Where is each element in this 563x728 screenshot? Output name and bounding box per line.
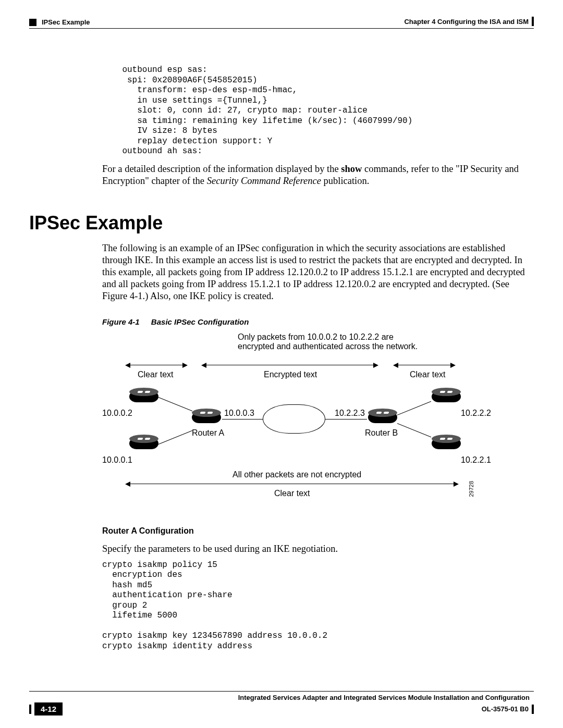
footer-doc-number: OL-3575-01 B0 <box>482 705 529 713</box>
header-marker-icon <box>29 19 36 26</box>
figure-caption: Figure 4-1 Basic IPSec Configuration <box>102 317 529 326</box>
footer-rule <box>29 691 534 692</box>
cloud-icon <box>263 404 325 434</box>
label-ip-tr: 10.2.2.2 <box>461 409 491 418</box>
label-ip-b: 10.2.2.3 <box>335 409 365 418</box>
label-bottom2: Clear text <box>274 489 310 498</box>
arrow-left-icon <box>125 363 130 368</box>
router-icon <box>431 388 462 402</box>
router-b-icon <box>367 409 398 423</box>
label-router-b: Router B <box>365 428 398 438</box>
line <box>158 397 192 411</box>
label-ip-a: 10.0.0.3 <box>224 409 254 418</box>
line <box>130 484 454 484</box>
figure-top-note: Only packets from 10.0.0.2 to 10.2.2.2 a… <box>238 332 418 351</box>
header-chapter-label: Chapter 4 Configuring the ISA and ISM <box>404 18 529 26</box>
arrow-right-icon <box>182 363 188 368</box>
arrow-right-icon <box>373 363 378 368</box>
footer-bar-icon <box>29 705 31 714</box>
figure-title: Basic IPSec Configuration <box>151 317 249 326</box>
line <box>397 423 431 437</box>
paragraph-ike-params: Specify the parameters to be used during… <box>102 543 529 555</box>
header-section-label: IPSec Example <box>42 18 90 26</box>
router-icon <box>128 388 160 402</box>
arrow-right-icon <box>450 363 456 368</box>
footer-bar-icon <box>532 705 534 714</box>
line <box>206 365 373 365</box>
label-bottom1: All other packets are not encrypted <box>232 470 361 479</box>
figure-id-number: 29728 <box>468 481 474 497</box>
arrow-left-icon <box>393 363 398 368</box>
footer-doc-title: Integrated Services Adapter and Integrat… <box>29 694 534 701</box>
line <box>158 430 192 444</box>
subheading-router-a-config: Router A Configuration <box>102 526 529 536</box>
paragraph-show-commands: For a detailed description of the inform… <box>102 163 529 187</box>
code-outbound-sas: outbound esp sas: spi: 0x20890A6F(545852… <box>102 65 529 157</box>
arrow-left-icon <box>201 363 206 368</box>
label-clear-right: Clear text <box>410 370 445 379</box>
line <box>398 365 450 365</box>
code-crypto-isakmp: crypto isakmp policy 15 encryption des h… <box>102 560 529 652</box>
router-a-icon <box>191 409 222 423</box>
page-footer: Integrated Services Adapter and Integrat… <box>29 691 534 715</box>
line <box>325 419 367 419</box>
page-header: IPSec Example Chapter 4 Configuring the … <box>29 17 534 26</box>
arrow-left-icon <box>125 482 130 487</box>
arrow-right-icon <box>454 482 459 487</box>
header-bar-icon <box>532 17 534 26</box>
figure-number: Figure 4-1 <box>102 317 140 326</box>
line <box>130 365 182 365</box>
header-rule <box>29 28 534 29</box>
router-icon <box>431 435 462 449</box>
line <box>397 401 431 415</box>
router-icon <box>128 435 160 449</box>
line <box>222 419 264 419</box>
section-title-ipsec-example: IPSec Example <box>29 212 534 234</box>
figure-ipsec-diagram: Only packets from 10.0.0.2 to 10.2.2.2 a… <box>128 336 462 508</box>
label-ip-br: 10.2.2.1 <box>461 455 491 465</box>
label-ip-tl: 10.0.0.2 <box>102 409 132 418</box>
label-clear-left: Clear text <box>138 370 173 379</box>
paragraph-ipsec-intro: The following is an example of an IPSec … <box>102 242 529 303</box>
page-number-badge: 4-12 <box>34 702 63 715</box>
label-router-a: Router A <box>192 428 224 438</box>
label-encrypted: Encrypted text <box>264 370 317 379</box>
label-ip-bl: 10.0.0.1 <box>102 455 132 465</box>
